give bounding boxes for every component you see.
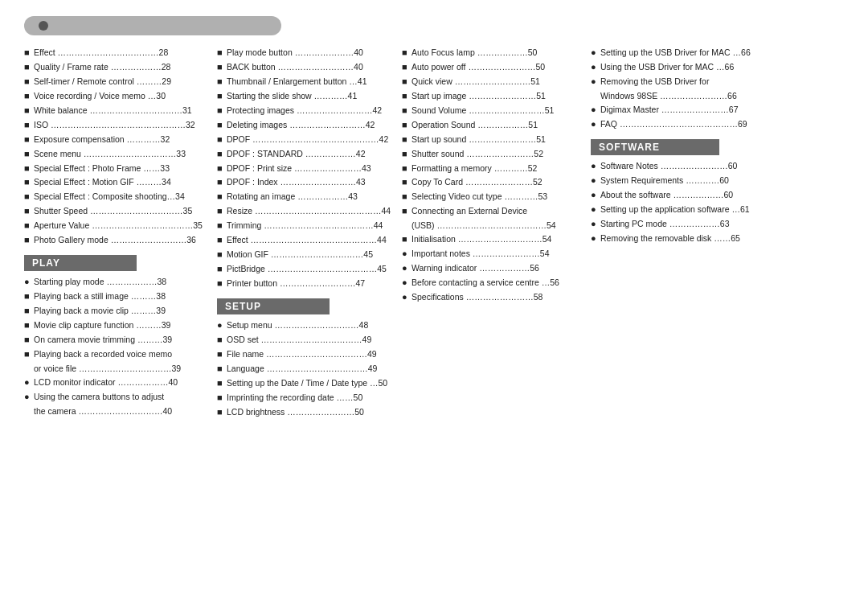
entry-text: Starting play mode ………………38 [34, 276, 209, 288]
entry-text: Removing the removable disk ……65 [600, 232, 768, 245]
list-item: ●Removing the removable disk ……65 [591, 232, 768, 245]
list-item: ●Using the USB Driver for MAC …66 [591, 61, 768, 74]
entry-text: Shutter sound ……………………52 [411, 148, 583, 160]
entry-text: Playing back a movie clip ………39 [34, 305, 209, 317]
entry-text: Effect ………………………………………44 [227, 234, 394, 246]
entry-text: Start up sound ……………………51 [411, 134, 583, 146]
bullet-icon: ■ [402, 205, 410, 218]
list-item: ■Aperture Value ………………………………35 [24, 220, 209, 232]
list-item: ●Specifications ……………………58 [402, 291, 583, 304]
bullet-icon: ■ [217, 249, 225, 261]
col4-section: SOFTWARE [591, 133, 768, 160]
list-item: ■Sound Volume ………………………51 [402, 105, 583, 117]
list-item: ■DPOF : STANDARD ………………42 [217, 148, 394, 161]
bullet-icon: ■ [217, 162, 225, 175]
list-item: ■Selecting Video cut type …………53 [402, 191, 583, 203]
bullet-icon: ■ [402, 162, 410, 175]
col2-section: SETUP [217, 292, 394, 319]
bullet-icon: ■ [217, 277, 225, 290]
list-item: ●Removing the USB Driver for [591, 76, 768, 88]
entry-text: Play mode button …………………40 [227, 47, 394, 59]
entry-text: Self-timer / Remote control ………29 [34, 76, 209, 88]
list-item: ■Thumbnail / Enlargement button …41 [217, 76, 394, 88]
col1-play: ●Starting play mode ………………38■Playing bac… [24, 276, 209, 417]
bullet-icon: ■ [24, 119, 32, 132]
entry-text: DPOF : STANDARD ………………42 [227, 148, 394, 160]
bullet-icon: ● [591, 118, 599, 131]
bullet-icon: ■ [217, 263, 225, 276]
bullet-icon: ■ [217, 392, 225, 405]
list-item: ●FAQ ……………………………………69 [591, 118, 768, 131]
bullet-icon: ■ [217, 176, 225, 189]
entry-text: Movie clip capture function ………39 [34, 319, 209, 331]
entry-text: Specifications ……………………58 [411, 291, 583, 303]
bullet-icon: ■ [217, 191, 225, 203]
list-item: ■LCD brightness ……………………50 [217, 406, 394, 419]
list-item: ■Auto Focus lamp ………………50 [402, 47, 583, 60]
list-item: ●System Requirements …………60 [591, 175, 768, 187]
list-item: ●LCD monitor indicator ………………40 [24, 376, 209, 389]
list-item: ●Important notes ……………………54 [402, 248, 583, 261]
entry-text: Imprinting the recording date ……50 [227, 392, 394, 404]
list-item: ■Language ………………………………49 [217, 363, 394, 376]
entry-text: Software Notes ……………………60 [600, 160, 768, 172]
bullet-icon: ■ [24, 176, 32, 189]
bullet-icon: ■ [24, 191, 32, 203]
entry-text: Setup menu …………………………48 [227, 319, 394, 331]
list-item: ■Photo Gallery mode ………………………36 [24, 234, 209, 247]
content-columns: ■Effect ………………………………28■Quality / Frame r… [24, 47, 844, 421]
bullet-icon: ■ [24, 319, 32, 332]
bullet-icon: ● [217, 319, 225, 332]
column-3: ■Auto Focus lamp ………………50■Auto power off… [402, 47, 591, 421]
bullet-icon: ● [402, 248, 410, 261]
bullet-icon: ■ [402, 61, 410, 74]
entry-text: Digimax Master ……………………67 [600, 104, 768, 116]
bullet-icon: ■ [24, 47, 32, 60]
entry-text: Resize ………………………………………44 [227, 205, 394, 217]
entry-text: Important notes ……………………54 [411, 248, 583, 260]
entry-text: LCD brightness ……………………50 [227, 406, 394, 418]
list-item: ■DPOF : Print size ……………………43 [217, 162, 394, 175]
list-item: ■Playing back a still image ………38 [24, 290, 209, 303]
list-item: ■DPOF ………………………………………42 [217, 134, 394, 146]
col2-entries: ■Play mode button …………………40■BACK button … [217, 47, 394, 290]
list-item: ■Resize ………………………………………44 [217, 205, 394, 218]
entry-text: Starting PC mode ………………63 [600, 218, 768, 230]
list-item: ■Quick view ………………………51 [402, 76, 583, 88]
bullet-icon: ● [24, 276, 32, 289]
entry-text: Start up image ……………………51 [411, 90, 583, 102]
list-item: ●About the software ………………60 [591, 189, 768, 202]
entry-text: Playing back a still image ………38 [34, 290, 209, 302]
bullet-icon: ■ [24, 162, 32, 175]
entry-text: White balance ……………………………31 [34, 105, 209, 117]
list-item: ■Rotating an image ………………43 [217, 191, 394, 203]
bullet-icon: ■ [24, 105, 32, 117]
bullet-icon: ■ [217, 47, 225, 60]
bullet-icon: ■ [24, 334, 32, 347]
list-item: ■Voice recording / Voice memo …30 [24, 90, 209, 103]
bullet-icon: ■ [24, 348, 32, 361]
list-item: ■Operation Sound ………………51 [402, 119, 583, 132]
bullet-icon: ■ [402, 191, 410, 203]
entry-text: Exposure compensation …………32 [34, 134, 209, 146]
list-item: ■Self-timer / Remote control ………29 [24, 76, 209, 88]
list-item: ■Playing back a recorded voice memo [24, 348, 209, 361]
list-item: ■White balance ……………………………31 [24, 105, 209, 117]
col4-software: ●Software Notes ……………………60●System Requir… [591, 160, 768, 245]
entry-text: Using the USB Driver for MAC …66 [600, 61, 768, 73]
list-item: ■Trimming …………………………………44 [217, 220, 394, 232]
entry-text: Setting up the application software …61 [600, 203, 768, 216]
entry-text: Protecting images ………………………42 [227, 105, 394, 117]
col1-entries: ■Effect ………………………………28■Quality / Frame r… [24, 47, 209, 247]
entry-text: Aperture Value ………………………………35 [34, 220, 209, 232]
entry-text: Sound Volume ………………………51 [411, 105, 583, 117]
list-item: ■Starting the slide show …………41 [217, 90, 394, 103]
entry-text: Rotating an image ………………43 [227, 191, 394, 203]
list-item: ■Special Effect : Motion GIF ………34 [24, 176, 209, 189]
entry-text: ISO …………………………………………32 [34, 119, 209, 131]
bullet-icon: ■ [24, 290, 32, 303]
col4-before: ●Setting up the USB Driver for MAC …66●U… [591, 47, 768, 131]
list-item: ●Setting up the USB Driver for MAC …66 [591, 47, 768, 60]
list-item: ■On camera movie trimming ………39 [24, 334, 209, 347]
list-item: ●Software Notes ……………………60 [591, 160, 768, 173]
